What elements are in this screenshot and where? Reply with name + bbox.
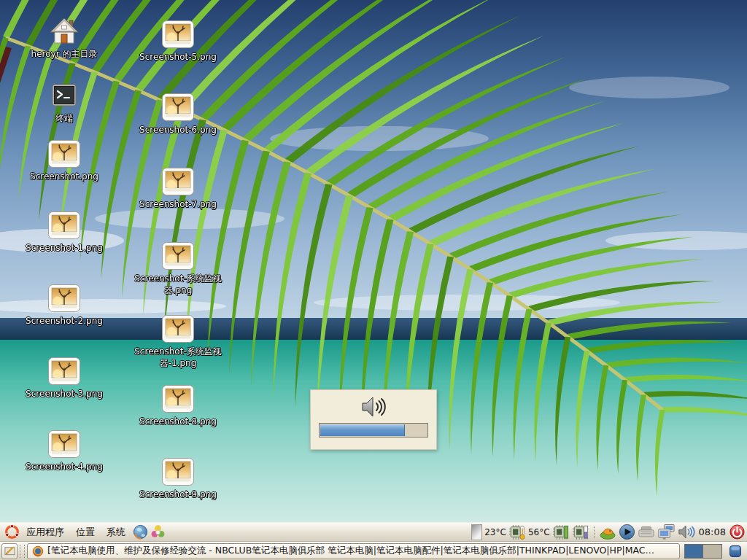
- icon-label: Screenshot-系统监视器-1.png: [129, 346, 227, 369]
- desktop-icon-home[interactable]: heroyr 的主目录: [13, 16, 115, 61]
- icon-label: Screenshot-2.png: [26, 316, 103, 327]
- panel-handle[interactable]: [20, 545, 25, 558]
- icon-label: Screenshot-8.png: [139, 416, 217, 428]
- printer-applet-icon[interactable]: [638, 526, 655, 538]
- image-file-icon: [47, 356, 81, 386]
- image-file-icon: [47, 429, 81, 459]
- volume-osd-fill: [320, 424, 405, 436]
- image-file-icon: [161, 384, 195, 414]
- volume-applet-icon[interactable]: [678, 525, 695, 539]
- icon-label: Screenshot-系统监视器.png: [129, 273, 227, 296]
- home-icon: [47, 16, 81, 47]
- trash-applet-icon[interactable]: [727, 542, 744, 560]
- show-desktop-icon: [4, 545, 16, 557]
- desktop-icon[interactable]: Screenshot-4.png: [13, 429, 115, 473]
- icon-label: heroyr 的主目录: [31, 49, 98, 61]
- workspace-2[interactable]: [703, 545, 721, 558]
- image-file-icon: [47, 283, 81, 314]
- firefox-window-icon: [32, 545, 44, 557]
- desktop-icon[interactable]: Screenshot.png: [13, 139, 115, 183]
- shutdown-button-icon[interactable]: [729, 524, 745, 540]
- desktop-icon[interactable]: Screenshot-7.png: [127, 166, 229, 211]
- desktop-icon[interactable]: Screenshot-5.png: [127, 19, 229, 63]
- volume-osd: [310, 389, 437, 450]
- icon-label: 终端: [55, 113, 73, 125]
- icon-label: Screenshot-6.png: [139, 125, 217, 136]
- workspace-switcher: [684, 544, 722, 559]
- desktop-icon[interactable]: Screenshot-6.png: [127, 92, 229, 136]
- image-file-icon: [161, 92, 195, 122]
- desktop-icon[interactable]: Screenshot-9.png: [127, 456, 229, 501]
- chip-purple-monitor-icon[interactable]: [572, 524, 589, 540]
- task-button[interactable]: [笔记本电脑使用、维护及保修经验交流 - NBCLUB笔记本电脑俱乐部 笔记本电…: [27, 543, 680, 559]
- image-file-icon: [161, 19, 195, 50]
- image-file-icon: [161, 314, 195, 344]
- distro-logo-icon[interactable]: [3, 524, 20, 541]
- desktop-icon[interactable]: Screenshot-1.png: [13, 210, 115, 254]
- chip-green-monitor-icon[interactable]: [552, 524, 570, 540]
- cpu-thermometer-icon[interactable]: [508, 524, 526, 540]
- media-play-icon[interactable]: [619, 524, 635, 540]
- icon-label: Screenshot-4.png: [26, 462, 103, 473]
- taskbar-panel: [笔记本电脑使用、维护及保修经验交流 - NBCLUB笔记本电脑俱乐部 笔记本电…: [0, 541, 747, 560]
- image-file-icon: [161, 456, 195, 487]
- gnome-panel: 应用程序 位置 系统 23°C 56°C 08:08: [0, 522, 747, 541]
- system-tray: 23°C 56°C 08:08: [471, 524, 747, 540]
- places-menu-label: 位置: [76, 526, 95, 539]
- desktop-icon[interactable]: Screenshot-8.png: [127, 384, 229, 428]
- icon-label: Screenshot-5.png: [139, 52, 217, 63]
- icon-label: Screenshot-9.png: [139, 489, 217, 501]
- places-menu[interactable]: 位置: [70, 524, 101, 541]
- show-desktop-button[interactable]: [1, 543, 18, 559]
- sensor-graph-icon[interactable]: [471, 524, 482, 540]
- browser-launcher-icon[interactable]: [131, 524, 149, 541]
- icon-label: Screenshot.png: [30, 171, 98, 183]
- network-monitors-icon[interactable]: [657, 524, 676, 540]
- fish-applet-icon[interactable]: [599, 525, 616, 540]
- workspace-1[interactable]: [685, 545, 703, 558]
- image-file-icon: [47, 139, 81, 169]
- system-menu-label: 系统: [107, 526, 125, 539]
- temp-cpu-value: 56°C: [528, 527, 550, 537]
- icon-label: Screenshot-1.png: [26, 243, 103, 254]
- applications-menu[interactable]: 应用程序: [20, 524, 70, 541]
- volume-osd-bar: [319, 423, 428, 438]
- desktop-icon[interactable]: Screenshot-系统监视器.png: [127, 241, 229, 296]
- graphics-app-launcher-icon[interactable]: [149, 524, 166, 541]
- task-window-title: [笔记本电脑使用、维护及保修经验交流 - NBCLUB笔记本电脑俱乐部 笔记本电…: [47, 545, 675, 557]
- desktop-icon[interactable]: Screenshot-2.png: [13, 283, 115, 327]
- system-menu[interactable]: 系统: [101, 524, 131, 541]
- image-file-icon: [161, 166, 195, 197]
- image-file-icon: [161, 241, 195, 271]
- icon-label: Screenshot-3.png: [26, 389, 103, 400]
- desktop[interactable]: heroyr 的主目录 终端 Screenshot.png Screenshot…: [0, 0, 747, 522]
- temp-ambient-value: 23°C: [484, 527, 506, 537]
- desktop-icon[interactable]: Screenshot-系统监视器-1.png: [127, 314, 229, 369]
- desktop-icon-terminal[interactable]: 终端: [13, 80, 115, 125]
- clock[interactable]: 08:08: [699, 526, 726, 537]
- applications-menu-label: 应用程序: [26, 526, 64, 539]
- image-file-icon: [47, 210, 81, 241]
- speaker-icon: [359, 395, 388, 419]
- terminal-icon: [47, 80, 81, 111]
- icon-label: Screenshot-7.png: [139, 199, 217, 211]
- panel-separator: [594, 526, 595, 538]
- desktop-icon[interactable]: Screenshot-3.png: [13, 356, 115, 400]
